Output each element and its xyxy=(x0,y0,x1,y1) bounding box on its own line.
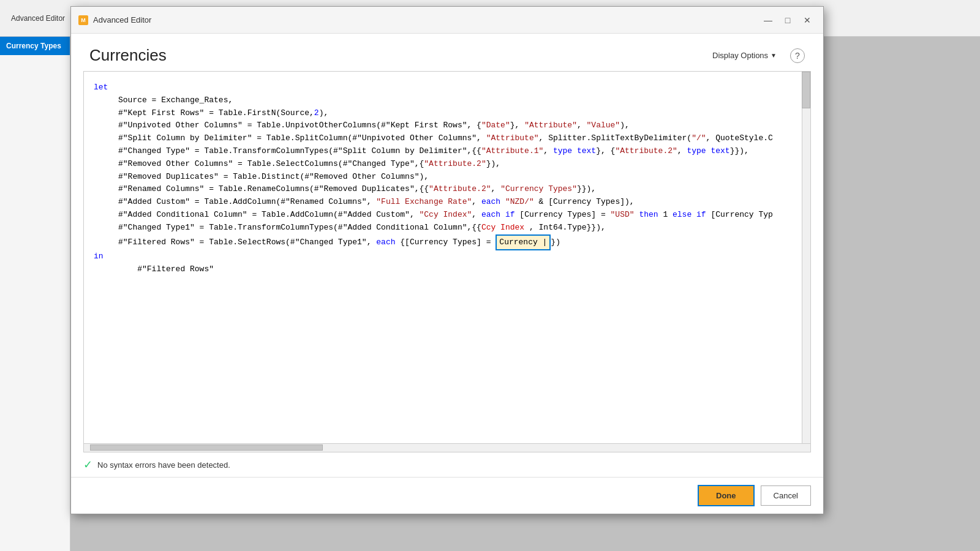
code-line-2: #"Kept First Rows" = Table.FirstN(Source… xyxy=(94,107,801,120)
code-line-12: #"Filtered Rows" = Table.SelectRows(#"Ch… xyxy=(94,234,801,251)
help-button[interactable]: ? xyxy=(790,48,805,63)
code-line-9: #"Added Custom" = Table.AddColumn(#"Rena… xyxy=(94,196,801,209)
status-bar: ✓ No syntax errors have been detected. xyxy=(71,452,823,477)
vertical-scrollbar[interactable] xyxy=(802,72,810,443)
display-options-button[interactable]: Display Options ▼ xyxy=(706,48,783,62)
dialog-title: Advanced Editor xyxy=(93,15,755,24)
dialog-controls: — □ ✕ xyxy=(760,13,816,28)
code-line-3: #"Unpivoted Other Columns" = Table.Unpiv… xyxy=(94,119,801,132)
sidebar-item-currency-types[interactable]: Currency Types xyxy=(0,37,70,55)
code-line-1: Source = Exchange_Rates, xyxy=(94,94,801,107)
code-line-6: #"Removed Other Columns" = Table.SelectC… xyxy=(94,158,801,171)
done-button[interactable]: Done xyxy=(698,485,755,506)
display-options-label: Display Options xyxy=(712,51,768,60)
dialog-icon: M xyxy=(78,15,88,25)
status-check-icon: ✓ xyxy=(83,458,92,471)
status-text: No syntax errors have been detected. xyxy=(97,460,230,470)
code-line-7: #"Removed Duplicates" = Table.Distinct(#… xyxy=(94,171,801,184)
dialog-footer: Done Cancel xyxy=(71,477,823,514)
minimize-button[interactable]: — xyxy=(760,13,777,28)
dialog-titlebar: M Advanced Editor — □ ✕ xyxy=(71,7,823,34)
advanced-editor-dialog: M Advanced Editor — □ ✕ Currencies Displ… xyxy=(70,6,824,514)
h-scrollbar-thumb[interactable] xyxy=(90,444,323,451)
maximize-button[interactable]: □ xyxy=(779,13,796,28)
code-line-10: #"Added Conditional Column" = Table.AddC… xyxy=(94,209,801,222)
dialog-header: Currencies Display Options ▼ ? xyxy=(71,34,823,71)
code-line-result: #"Filtered Rows" xyxy=(94,263,801,276)
app-bar-item-advanced-editor: Advanced Editor xyxy=(6,12,70,25)
code-line-11: #"Changed Type1" = Table.TransformColumn… xyxy=(94,222,801,234)
code-editor[interactable]: let Source = Exchange_Rates, #"Kept Firs… xyxy=(84,72,810,443)
code-line-in: in xyxy=(94,250,801,263)
code-line-8: #"Renamed Columns" = Table.RenameColumns… xyxy=(94,183,801,196)
close-button[interactable]: ✕ xyxy=(799,13,816,28)
header-right: Display Options ▼ ? xyxy=(706,48,805,63)
code-line-4: #"Split Column by Delimiter" = Table.Spl… xyxy=(94,132,801,145)
query-title: Currencies xyxy=(89,46,167,65)
horizontal-scrollbar[interactable] xyxy=(83,444,811,452)
code-line-let: let xyxy=(94,81,801,94)
chevron-down-icon: ▼ xyxy=(771,52,777,59)
sidebar: Currency Types xyxy=(0,37,70,551)
code-editor-wrapper: let Source = Exchange_Rates, #"Kept Firs… xyxy=(83,71,811,444)
scrollbar-thumb[interactable] xyxy=(802,72,810,108)
cancel-button[interactable]: Cancel xyxy=(761,485,811,506)
code-line-5: #"Changed Type" = Table.TransformColumnT… xyxy=(94,145,801,158)
